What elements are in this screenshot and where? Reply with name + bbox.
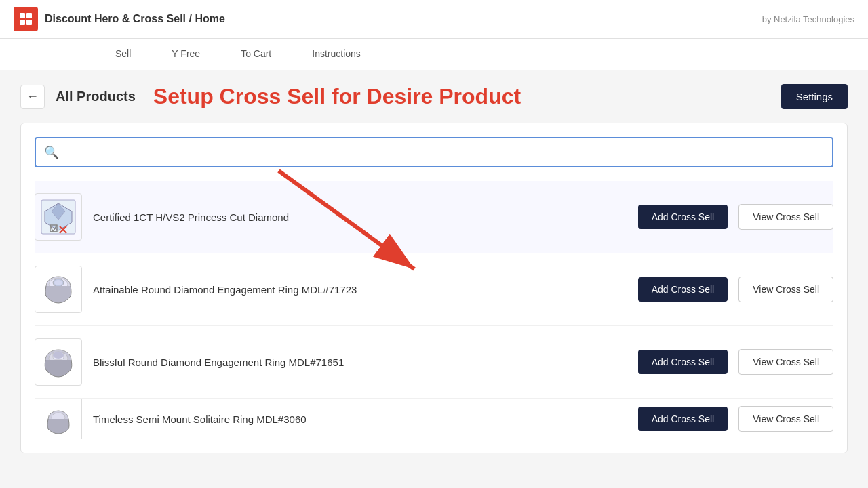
product-image-3 [35,338,82,386]
svg-rect-3 [26,20,32,25]
search-wrap: 🔍 [35,137,833,167]
table-row: Blissful Round Diamond Engagement Ring M… [35,326,833,399]
table-row: Attainable Round Diamond Engagement Ring… [35,253,833,326]
page-title: All Products [56,89,136,104]
svg-point-22 [53,352,64,359]
nav-tab-yfree[interactable]: Y Free [151,39,220,70]
add-cross-sell-button-1[interactable]: Add Cross Sell [638,205,728,229]
product-name-4: Timeless Semi Mount Solitaire Ring MDL#3… [93,413,627,425]
main-content: ← All Products Setup Cross Sell for Desi… [0,70,868,467]
add-cross-sell-button-3[interactable]: Add Cross Sell [638,350,728,374]
back-button[interactable]: ← [20,85,45,109]
table-row: Certified 1CT H/VS2 Princess Cut Diamond… [35,181,833,253]
nav-tab-sell[interactable]: Sell [95,39,151,70]
view-cross-sell-button-4[interactable]: View Cross Sell [738,406,833,432]
search-input[interactable] [35,137,833,167]
app-header: Discount Hero & Cross Sell / Home by Net… [0,0,868,39]
page-header-row: ← All Products Setup Cross Sell for Desi… [20,84,848,109]
product-name-1: Certified 1CT H/VS2 Princess Cut Diamond [93,211,627,223]
nav-tab-tocart[interactable]: To Cart [220,39,292,70]
products-card: 🔍 [20,123,848,453]
header-left: Discount Hero & Cross Sell / Home [14,7,225,31]
svg-rect-0 [20,13,25,18]
table-row: Timeless Semi Mount Solitaire Ring MDL#3… [35,399,833,439]
app-logo [14,7,38,31]
nav-tab-instructions[interactable]: Instructions [292,39,381,70]
svg-rect-1 [26,13,32,18]
search-icon: 🔍 [44,145,59,160]
view-cross-sell-button-2[interactable]: View Cross Sell [738,277,833,302]
product-name-2: Attainable Round Diamond Engagement Ring… [93,284,627,296]
add-cross-sell-button-4[interactable]: Add Cross Sell [638,407,728,431]
product-name-3: Blissful Round Diamond Engagement Ring M… [93,357,627,368]
settings-button[interactable]: Settings [781,84,848,109]
annotation-heading: Setup Cross Sell for Desire Product [153,84,521,109]
nav-tabs: Sell Y Free To Cart Instructions [0,39,868,70]
svg-rect-2 [20,20,25,25]
view-cross-sell-button-1[interactable]: View Cross Sell [738,204,833,230]
header-by: by Netzila Technologies [762,14,854,24]
app-title: Discount Hero & Cross Sell / Home [45,13,225,25]
add-cross-sell-button-2[interactable]: Add Cross Sell [638,277,728,302]
nav-tab-empty1[interactable] [14,39,54,70]
product-image-1 [35,193,82,241]
svg-point-18 [54,280,62,285]
product-list: Certified 1CT H/VS2 Princess Cut Diamond… [35,181,833,439]
nav-tab-empty2[interactable] [54,39,95,70]
view-cross-sell-button-3[interactable]: View Cross Sell [738,349,833,375]
product-image-2 [35,266,82,313]
product-image-4 [35,399,82,439]
